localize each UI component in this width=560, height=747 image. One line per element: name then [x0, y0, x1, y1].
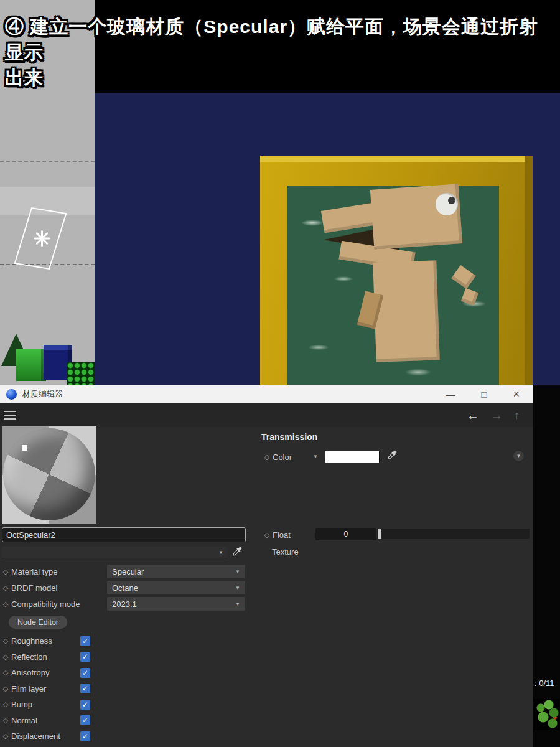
- channel-label: Bump: [11, 700, 32, 709]
- chevron-down-icon: ▼: [235, 569, 240, 575]
- channel-label: Roughness: [11, 636, 52, 646]
- reflection-checkbox[interactable]: ✓: [80, 652, 90, 662]
- float-label: Float: [273, 530, 291, 540]
- material-preset-dropdown[interactable]: ▼: [2, 547, 227, 558]
- anisotropy-checkbox[interactable]: ✓: [80, 668, 90, 678]
- channel-label: Reflection: [11, 652, 47, 662]
- channel-label: Displacement: [11, 731, 60, 741]
- float-value-input[interactable]: [315, 528, 376, 540]
- chevron-down-icon: ▼: [235, 585, 240, 591]
- float-row: ◇ Float: [261, 528, 291, 542]
- roughness-checkbox[interactable]: ✓: [80, 636, 90, 646]
- brdf-model-dropdown[interactable]: Octane ▼: [107, 581, 245, 594]
- caption-line-1: ④ 建立一个玻璃材质（Specular）赋给平面，场景会通过折射显示: [5, 14, 555, 65]
- guide-dash-line: [0, 161, 95, 162]
- material-type-row: ◇ Material type Specular ▼: [0, 563, 249, 580]
- channel-row-anisotropy: ◇ Anisotropy ✓: [0, 665, 106, 681]
- screen: ④ 建立一个玻璃材质（Specular）赋给平面，场景会通过折射显示 出来 材质…: [0, 0, 560, 747]
- compatibility-mode-value: 2023.1: [112, 599, 137, 609]
- channel-label: Normal: [11, 716, 37, 725]
- material-preview-sphere: [3, 428, 95, 520]
- film-layer-checkbox[interactable]: ✓: [80, 684, 90, 693]
- render-progress-text: : 0/11: [534, 679, 554, 688]
- framed-artwork: [287, 186, 499, 389]
- channel-label: Film layer: [11, 684, 46, 693]
- float-slider-handle[interactable]: [378, 529, 381, 539]
- hamburger-menu-icon[interactable]: [4, 408, 16, 422]
- channel-row-normal: ◇ Normal ✓: [0, 713, 106, 729]
- float-slider[interactable]: [377, 529, 530, 539]
- channel-row-roughness: ◇ Roughness ✓: [0, 633, 106, 649]
- scene-green-cube: [16, 349, 46, 381]
- preview-marker: [22, 445, 27, 451]
- diamond-icon: ◇: [0, 685, 11, 693]
- diamond-icon: ◇: [261, 453, 273, 461]
- diamond-icon: ◇: [0, 732, 11, 740]
- eyedropper-icon[interactable]: [387, 450, 397, 460]
- channel-row-film-layer: ◇ Film layer ✓: [0, 681, 106, 697]
- diamond-icon: ◇: [0, 568, 11, 576]
- diamond-icon: ◇: [0, 653, 11, 661]
- material-type-label: Material type: [11, 567, 57, 576]
- caption-line-2: 出来: [5, 65, 555, 90]
- transmission-section-title: Transmission: [261, 432, 317, 442]
- dino-body: [373, 260, 440, 362]
- compatibility-mode-row: ◇ Compatibility mode 2023.1 ▼: [0, 596, 249, 612]
- brdf-model-value: Octane: [112, 583, 138, 593]
- material-name-input[interactable]: [2, 527, 246, 542]
- color-options-dropdown[interactable]: ▼: [513, 450, 525, 462]
- back-icon[interactable]: ←: [467, 408, 479, 423]
- window-titlebar[interactable]: 材质编辑器 — □ ×: [0, 385, 533, 403]
- channel-row-displacement: ◇ Displacement ✓: [0, 728, 106, 745]
- window-title: 材质编辑器: [22, 388, 63, 400]
- chevron-down-icon: ▼: [516, 453, 521, 459]
- compatibility-mode-label: Compatibility mode: [11, 599, 80, 609]
- maximize-button[interactable]: □: [481, 389, 487, 400]
- material-editor-window: 材质编辑器 — □ × ← → ↑ ▼: [0, 385, 533, 747]
- chevron-down-icon: ▼: [218, 550, 227, 555]
- diamond-icon: ◇: [0, 584, 11, 592]
- transmission-color-row: ◇ Color: [261, 450, 292, 464]
- node-editor-button[interactable]: Node Editor: [9, 616, 67, 629]
- channel-row-reflection: ◇ Reflection ✓: [0, 649, 106, 665]
- tutorial-caption: ④ 建立一个玻璃材质（Specular）赋给平面，场景会通过折射显示 出来: [5, 14, 555, 90]
- light-star-icon: [32, 229, 51, 248]
- diamond-icon: ◇: [0, 600, 11, 608]
- app-icon: [6, 389, 17, 400]
- diamond-icon: ◇: [261, 531, 273, 539]
- close-button[interactable]: ×: [513, 388, 520, 401]
- displacement-checkbox[interactable]: ✓: [80, 731, 90, 741]
- brdf-model-label: BRDF model: [11, 583, 57, 593]
- color-label: Color: [273, 453, 292, 462]
- channel-row-bump: ◇ Bump ✓: [0, 697, 106, 713]
- color-swatch[interactable]: [325, 451, 380, 463]
- brdf-model-row: ◇ BRDF model Octane ▼: [0, 580, 249, 596]
- up-icon[interactable]: ↑: [514, 409, 520, 422]
- diamond-icon: ◇: [0, 637, 11, 645]
- normal-checkbox[interactable]: ✓: [80, 715, 90, 725]
- material-type-value: Specular: [112, 567, 144, 576]
- gold-picture-frame: [260, 156, 533, 389]
- minimize-button[interactable]: —: [446, 389, 455, 400]
- editor-toolbar: ← → ↑: [0, 403, 533, 427]
- dino-spike: [461, 288, 478, 306]
- dino-eye: [436, 193, 458, 215]
- material-type-dropdown[interactable]: Specular ▼: [107, 565, 245, 578]
- channel-label: Anisotropy: [11, 668, 49, 677]
- eyedropper-icon[interactable]: [232, 547, 242, 557]
- texture-label: Texture: [272, 547, 299, 557]
- diamond-icon: ◇: [0, 716, 11, 725]
- bump-checkbox[interactable]: ✓: [80, 700, 90, 710]
- scene-sphere-array: [67, 362, 95, 387]
- forward-icon[interactable]: →: [490, 408, 503, 423]
- dino-claw: [451, 265, 475, 289]
- diamond-icon: ◇: [0, 669, 11, 677]
- material-thumbnail: [534, 699, 559, 730]
- background-strip: : 0/11: [533, 385, 560, 747]
- chevron-down-icon: ▼: [235, 601, 240, 607]
- diamond-icon: ◇: [0, 700, 11, 708]
- compatibility-mode-dropdown[interactable]: 2023.1 ▼: [107, 597, 245, 611]
- material-preview[interactable]: [2, 426, 96, 524]
- chevron-down-icon[interactable]: ▼: [313, 454, 318, 459]
